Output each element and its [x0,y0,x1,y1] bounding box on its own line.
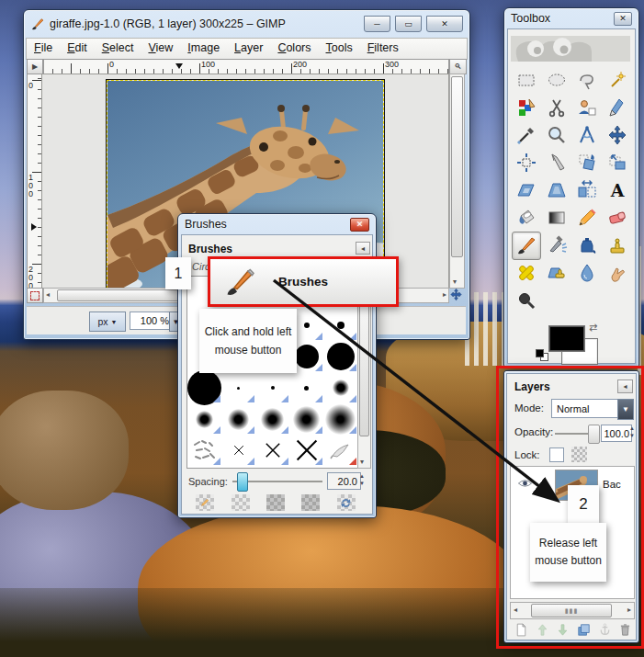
brush-item[interactable] [221,435,255,466]
tool-airbrush-icon[interactable] [543,232,571,259]
tool-alignment-icon[interactable] [513,150,540,176]
brushes-close-button[interactable]: ✕ [350,218,369,232]
tool-blur-sharpen-icon[interactable] [573,260,601,287]
delete-brush-button[interactable] [301,494,320,511]
tool-measure-icon[interactable] [573,122,601,149]
brush-item[interactable] [323,372,357,403]
navigation-cross-icon[interactable] [448,287,464,302]
swap-colors-icon[interactable]: ⇄ [589,322,597,334]
quickmask-toggle[interactable] [27,288,43,303]
brush-item[interactable] [187,435,221,466]
brush-item[interactable] [255,372,289,403]
brush-item[interactable] [323,403,357,435]
delete-layer-button[interactable] [616,620,635,640]
brush-item[interactable] [289,372,323,403]
tool-paths-icon[interactable] [604,95,631,121]
brush-item[interactable] [289,435,323,466]
brush-item[interactable] [221,372,255,403]
brushes-panel-menu-button[interactable]: ◂ [356,242,370,255]
tool-zoom-icon[interactable] [543,122,571,149]
spacing-slider-handle[interactable] [237,472,248,492]
mode-dropdown-button[interactable]: ▼ [617,399,634,420]
brush-item[interactable] [323,341,357,372]
canvas-menu-button[interactable]: ▶ [27,59,43,74]
tool-crop-icon[interactable] [543,150,571,176]
gimp-titlebar[interactable]: giraffe.jpg-1.0 (RGB, 1 layer) 300x225 –… [24,10,469,38]
tool-scissors-select-icon[interactable] [543,95,571,121]
unit-dropdown[interactable]: px▼ [89,312,126,332]
zoom-follow-button[interactable]: 🔍︎ [449,59,467,74]
opacity-spinner[interactable]: ▲▼ [629,425,635,439]
new-layer-button[interactable] [512,620,531,640]
tool-smudge-icon[interactable] [604,260,631,287]
tool-heal-icon[interactable] [513,260,540,287]
lower-layer-button[interactable] [553,620,572,640]
brush-item[interactable] [255,403,289,435]
zoom-value-field[interactable]: 100 % [130,312,173,330]
menu-filters[interactable]: Filters [360,39,406,57]
duplicate-layer-button[interactable] [574,620,593,640]
anchor-layer-button[interactable] [595,620,615,640]
foreground-color-swatch[interactable] [548,325,585,352]
tool-eraser-icon[interactable] [604,205,631,232]
tool-flip-icon[interactable] [573,177,601,204]
tool-clone-icon[interactable] [604,232,631,259]
default-colors-icon[interactable] [536,349,548,360]
v-scrollbar[interactable]: ▾ [449,74,465,289]
opacity-value[interactable]: 100.0 [601,425,632,442]
opacity-slider-handle[interactable] [588,425,600,444]
layer-visible-eye-icon[interactable] [517,477,533,493]
menu-view[interactable]: View [141,39,180,57]
tool-paintbrush-icon[interactable] [512,232,541,260]
menu-image[interactable]: Image [180,39,227,57]
tool-perspective-icon[interactable] [543,177,571,204]
raise-layer-button[interactable] [533,620,552,640]
tool-move-icon[interactable] [604,122,631,149]
tool-text-icon[interactable]: A [604,177,631,204]
tool-foreground-select-icon[interactable] [573,95,601,121]
tool-dodge-burn-icon[interactable] [513,288,540,314]
tool-ellipse-select-icon[interactable] [543,67,571,94]
tool-pencil-icon[interactable] [573,205,601,232]
new-brush-button[interactable] [232,494,250,511]
layers-h-scrollbar[interactable]: ◂ ▮▮▮ ▸ [510,602,635,619]
tool-free-select-icon[interactable] [573,67,601,94]
menu-colors[interactable]: Colors [270,39,318,57]
tool-ink-icon[interactable] [573,232,601,259]
tool-color-picker-icon[interactable] [513,122,540,149]
spacing-spinner[interactable]: ▲▼ [359,472,365,487]
lock-alpha-icon[interactable] [571,447,587,462]
close-button[interactable]: ✕ [426,16,463,32]
menu-tools[interactable]: Tools [319,39,360,57]
menu-edit[interactable]: Edit [60,39,95,57]
menu-select[interactable]: Select [95,39,141,57]
tool-perspective-clone-icon[interactable] [543,260,571,287]
brush-item[interactable] [221,403,255,435]
brushes-titlebar[interactable]: Brushes ✕ [178,214,376,234]
menu-layer[interactable]: Layer [227,39,270,57]
layer-name[interactable]: Bac [603,479,621,490]
tool-fuzzy-select-icon[interactable] [604,67,631,94]
maximize-button[interactable]: ▭ [395,16,422,32]
toolbox-close-button[interactable]: ✕ [614,12,632,26]
brush-item[interactable] [187,403,221,435]
tool-rectangle-select-icon[interactable] [513,67,540,94]
minimize-button[interactable]: ─ [364,16,390,32]
brush-item[interactable] [289,403,323,435]
brush-item[interactable] [323,310,357,341]
spacing-value[interactable]: 20.0 [327,472,361,490]
brush-item[interactable] [187,372,221,403]
brush-item[interactable] [323,435,357,466]
tool-shear-icon[interactable] [513,177,540,204]
edit-brush-button[interactable] [196,494,214,511]
tool-blend-icon[interactable] [543,205,571,232]
tool-rotate-icon[interactable] [573,150,601,176]
tool-scale-icon[interactable] [604,150,631,176]
toolbox-titlebar[interactable]: Toolbox ✕ [504,8,638,28]
panel-menu-button[interactable]: ◂ [617,379,633,393]
horizontal-ruler[interactable]: 0100200300 [43,59,449,74]
brush-item[interactable] [255,435,289,466]
duplicate-brush-button[interactable] [266,494,285,511]
mode-select[interactable]: Normal [551,399,624,418]
menu-file[interactable]: File [27,39,60,57]
